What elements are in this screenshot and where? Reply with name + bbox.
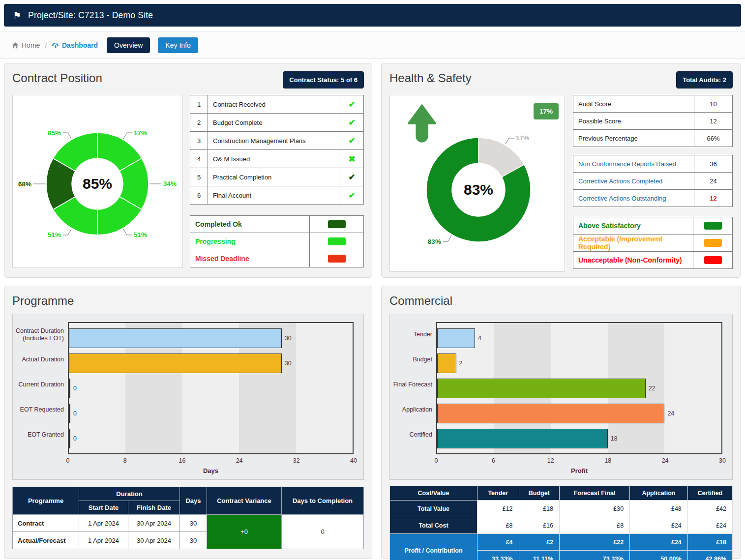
check-icon: ✔	[348, 118, 355, 127]
improvement-badge: 17%	[534, 103, 559, 119]
segment-label: 17%	[134, 129, 147, 137]
bar-row: 18	[437, 426, 721, 451]
audit-score-table: Audit Score 10 Possible Score 12 Previou…	[573, 95, 733, 147]
legend-swatch	[328, 237, 346, 245]
x-axis-label: Days	[68, 466, 354, 476]
contract-checklist-table: 1 Contract Received ✔ 2 Budget Complete …	[190, 95, 364, 205]
segment-label: 68%	[18, 180, 31, 188]
bar	[69, 379, 70, 398]
legend-row: Progressing	[190, 233, 364, 250]
category-label: Actual Duration	[16, 347, 68, 372]
axis-tick-label: 8	[123, 457, 127, 464]
commercial-panel: Commercial TenderBudgetFinal ForecastApp…	[381, 286, 741, 559]
legend-swatch	[328, 255, 346, 263]
bar-row: 30	[69, 351, 353, 376]
bar-value-label: 30	[285, 335, 292, 342]
bar-row: 22	[437, 376, 721, 401]
bar-row: 0	[69, 376, 353, 401]
category-label: Application	[393, 397, 436, 422]
category-label: Budget	[393, 347, 436, 372]
contract-position-panel: Contract Position Contract Status: 5 of …	[4, 63, 372, 278]
breadcrumb-separator: /	[45, 42, 47, 49]
bar-value-label: 2	[459, 360, 463, 367]
breadcrumb-dashboard[interactable]: Dashboard	[52, 41, 98, 49]
breadcrumb-home[interactable]: Home	[12, 41, 40, 49]
bar-value-label: 30	[285, 360, 292, 367]
label-leader-line	[123, 133, 132, 139]
overview-button[interactable]: Overview	[107, 37, 150, 53]
checklist-row: 6 Final Account ✔	[190, 186, 364, 205]
axis-tick-label: 40	[350, 457, 357, 464]
contract-legend: Completed Ok Progressing Missed Deadline	[190, 215, 364, 267]
legend-row: Unacceptable (Non-Conformity)	[573, 252, 733, 269]
category-label: Tender	[393, 322, 436, 347]
table-row: Corrective Actions Outstanding 12	[573, 190, 733, 207]
page-title: Project/Site: C7213 - Demo Site	[28, 10, 153, 21]
hs-donut-chart: 17% 17%83%83%	[389, 95, 565, 272]
contract-position-title: Contract Position	[12, 71, 102, 85]
axis-tick-label: 24	[662, 457, 669, 464]
label-leader-line	[443, 236, 451, 241]
segment-label: 83%	[428, 238, 441, 245]
contract-donut-chart: 17%34%51%51%68%85%85%	[12, 95, 183, 268]
table-row: Audit Score 10	[573, 95, 733, 113]
app-header: ⚑ Project/Site: C7213 - Demo Site	[4, 4, 741, 27]
bar	[69, 429, 70, 448]
bar	[69, 328, 282, 348]
checklist-row: 1 Contract Received ✔	[190, 95, 364, 114]
bar-value-label: 18	[611, 435, 618, 442]
check-icon: ✔	[348, 136, 355, 146]
bar	[69, 404, 70, 423]
segment-label: 34%	[163, 180, 177, 187]
axis-tick-label: 30	[719, 457, 726, 464]
bar-row: 0	[69, 426, 353, 451]
checklist-row: 2 Budget Complete ✔	[190, 114, 364, 132]
table-row: Non Conformance Reports Raised 36	[573, 155, 733, 173]
table-row: Total Value £12 £18 £30 £48 £42	[390, 501, 733, 517]
label-leader-line	[63, 133, 71, 139]
check-icon: ✔	[348, 100, 355, 109]
segment-label: 17%	[516, 134, 529, 142]
category-label: Final Forecast	[393, 372, 436, 397]
programme-bar-chart: Contract Duration (Includes EOT)Actual D…	[12, 314, 364, 480]
legend-row: Missed Deadline	[190, 250, 364, 267]
bar-row: 0	[69, 401, 353, 426]
legend-swatch	[328, 220, 346, 228]
table-row: Profit / Contribution £4 £2 £22 £24 £18	[390, 534, 733, 551]
category-label: Contract Duration (Includes EOT)	[16, 322, 68, 347]
x-axis: 0816243240	[68, 454, 354, 466]
bar-value-label: 0	[73, 385, 77, 392]
up-arrow-icon	[408, 103, 436, 146]
contract-donut-svg: 17%34%51%51%68%85%85%	[13, 95, 182, 267]
contract-status-badge: Contract Status: 5 of 6	[283, 71, 364, 88]
axis-tick-label: 0	[435, 457, 438, 464]
category-label: Certified	[393, 422, 436, 447]
legend-row: Acceptable (Improvement Required)	[573, 235, 733, 252]
axis-tick-label: 6	[492, 457, 495, 464]
table-row: Total Cost £8 £16 £8 £24 £24	[390, 517, 733, 534]
category-label: Current Duration	[16, 372, 68, 397]
category-label: EOT Granted	[16, 422, 68, 447]
axis-tick-label: 32	[293, 457, 300, 464]
dashboard-grid: Contract Position Contract Status: 5 of …	[4, 63, 741, 559]
bar	[437, 429, 608, 448]
checklist-row: 4 O& M Issued ✖	[190, 150, 364, 168]
donut-center-label: 83%	[464, 181, 493, 198]
bar-row: 30	[69, 325, 353, 351]
table-row: Corrective Actions Completed 24	[573, 173, 733, 190]
segment-label: 51%	[134, 231, 147, 238]
commercial-title: Commercial	[389, 294, 733, 308]
days-to-completion-cell: 0	[282, 515, 364, 549]
programme-panel: Programme Contract Duration (Includes EO…	[4, 286, 372, 559]
bar-value-label: 22	[649, 385, 656, 392]
bar	[69, 354, 282, 373]
ncr-table: Non Conformance Reports Raised 36 Correc…	[573, 155, 733, 207]
dashboard-icon	[52, 42, 59, 49]
bar-value-label: 0	[73, 410, 77, 417]
key-info-button[interactable]: Key Info	[158, 37, 198, 53]
table-row: Previous Percentage 66%	[573, 130, 733, 147]
total-audits-badge: Total Audits: 2	[676, 71, 733, 88]
hs-legend: Above Satisfactory Acceptable (Improveme…	[573, 217, 733, 269]
axis-tick-label: 18	[604, 457, 611, 464]
label-leader-line	[63, 229, 71, 235]
